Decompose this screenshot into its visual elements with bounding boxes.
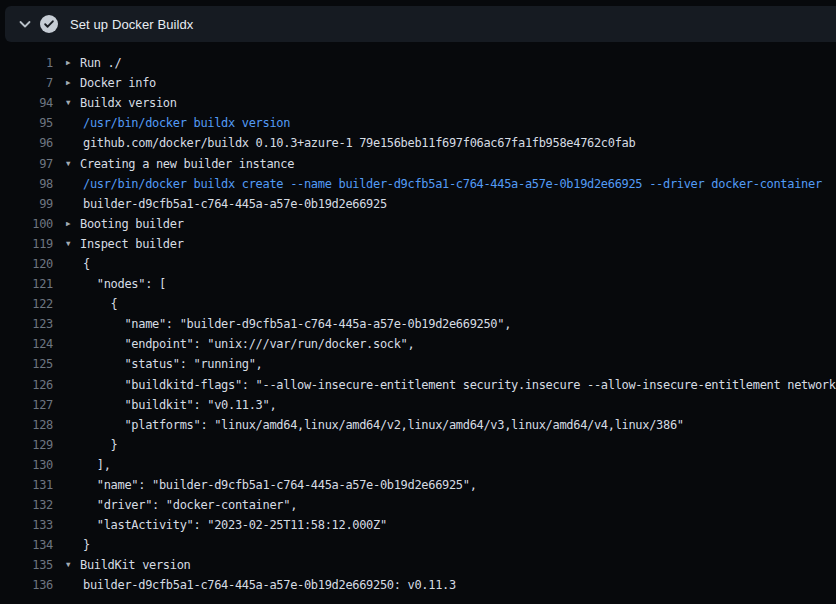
log-text: "name": "builder-d9cfb5a1-c764-445a-a57e… (83, 317, 511, 331)
log-row: 136 builder-d9cfb5a1-c764-445a-a57e-0b19… (0, 575, 836, 595)
log-text: "status": "running", (83, 357, 263, 371)
log-row[interactable]: 135 ▼ BuildKit version (0, 555, 836, 575)
group-toggle-icon[interactable]: ▼ (66, 93, 76, 113)
log-row: 123 "name": "builder-d9cfb5a1-c764-445a-… (0, 314, 836, 334)
line-number[interactable]: 129 (0, 438, 53, 452)
log-text: } (83, 538, 90, 552)
log-text: { (83, 297, 118, 311)
line-number[interactable]: 97 (0, 157, 53, 171)
line-number[interactable]: 100 (0, 217, 53, 231)
log-text: "driver": "docker-container", (83, 498, 297, 512)
group-toggle-icon[interactable]: ▼ (66, 154, 76, 174)
group-title[interactable]: Inspect builder (80, 237, 184, 251)
log-row: 128 "platforms": "linux/amd64,linux/amd6… (0, 415, 836, 435)
group-toggle-icon[interactable]: ▶ (66, 73, 76, 93)
group-toggle-icon[interactable]: ▼ (66, 555, 76, 575)
log-row: 122 { (0, 294, 836, 314)
log-row: 120 { (0, 254, 836, 274)
line-number[interactable]: 120 (0, 257, 53, 271)
log-row[interactable]: 94 ▼ Buildx version (0, 93, 836, 113)
log-row: 132 "driver": "docker-container", (0, 495, 836, 515)
log-row: 127 "buildkit": "v0.11.3", (0, 395, 836, 415)
log-row: 134 } (0, 535, 836, 555)
log-row[interactable]: 1 ▶ Run ./ (0, 53, 836, 73)
log-text: builder-d9cfb5a1-c764-445a-a57e-0b19d2e6… (83, 578, 456, 592)
check-circle-icon (40, 15, 58, 33)
line-number[interactable]: 98 (0, 177, 53, 191)
log-text: github.com/docker/buildx 0.10.3+azure-1 … (83, 136, 635, 150)
log-row[interactable]: 7 ▶ Docker info (0, 73, 836, 93)
group-title[interactable]: Docker info (80, 76, 156, 90)
log-text: builder-d9cfb5a1-c764-445a-a57e-0b19d2e6… (83, 197, 387, 211)
log-text: "buildkitd-flags": "--allow-insecure-ent… (83, 378, 836, 392)
log-text: } (83, 438, 118, 452)
log-text: "lastActivity": "2023-02-25T11:58:12.000… (83, 518, 387, 532)
log-text: /usr/bin/docker buildx create --name bui… (83, 177, 822, 191)
step-title: Set up Docker Buildx (70, 17, 193, 32)
log-row[interactable]: 119 ▼ Inspect builder (0, 234, 836, 254)
line-number[interactable]: 99 (0, 197, 53, 211)
log-text: "name": "builder-d9cfb5a1-c764-445a-a57e… (83, 478, 477, 492)
log-viewer: 1 ▶ Run ./ 7 ▶ Docker info 94 ▼ Buildx v… (0, 53, 836, 596)
line-number[interactable]: 127 (0, 398, 53, 412)
line-number[interactable]: 135 (0, 558, 53, 572)
line-number[interactable]: 131 (0, 478, 53, 492)
group-title[interactable]: Creating a new builder instance (80, 157, 294, 171)
line-number[interactable]: 119 (0, 237, 53, 251)
log-row: 125 "status": "running", (0, 354, 836, 374)
log-row: 95 /usr/bin/docker buildx version (0, 113, 836, 133)
group-title[interactable]: Run ./ (80, 56, 121, 70)
chevron-down-icon[interactable] (17, 16, 33, 32)
line-number[interactable]: 95 (0, 116, 53, 130)
log-text: "endpoint": "unix:///var/run/docker.sock… (83, 337, 414, 351)
line-number[interactable]: 7 (0, 76, 53, 90)
line-number[interactable]: 134 (0, 538, 53, 552)
line-number[interactable]: 124 (0, 337, 53, 351)
line-number[interactable]: 123 (0, 317, 53, 331)
log-text: "buildkit": "v0.11.3", (83, 398, 276, 412)
line-number[interactable]: 136 (0, 578, 53, 592)
log-text: "platforms": "linux/amd64,linux/amd64/v2… (83, 418, 684, 432)
line-number[interactable]: 1 (0, 56, 53, 70)
log-row: 98 /usr/bin/docker buildx create --name … (0, 174, 836, 194)
log-row: 99 builder-d9cfb5a1-c764-445a-a57e-0b19d… (0, 194, 836, 214)
log-row: 96 github.com/docker/buildx 0.10.3+azure… (0, 133, 836, 153)
log-row[interactable]: 100 ▶ Booting builder (0, 214, 836, 234)
log-row: 124 "endpoint": "unix:///var/run/docker.… (0, 334, 836, 354)
line-number[interactable]: 125 (0, 357, 53, 371)
step-header[interactable]: Set up Docker Buildx (5, 6, 836, 42)
log-text: ], (83, 458, 111, 472)
log-row: 131 "name": "builder-d9cfb5a1-c764-445a-… (0, 475, 836, 495)
log-row: 121 "nodes": [ (0, 274, 836, 294)
group-toggle-icon[interactable]: ▼ (66, 234, 76, 254)
group-title[interactable]: BuildKit version (80, 558, 190, 572)
log-text: /usr/bin/docker buildx version (83, 116, 290, 130)
group-title[interactable]: Booting builder (80, 217, 184, 231)
log-text: "nodes": [ (83, 277, 166, 291)
line-number[interactable]: 130 (0, 458, 53, 472)
log-text: { (83, 257, 90, 271)
log-row: 126 "buildkitd-flags": "--allow-insecure… (0, 375, 836, 395)
line-number[interactable]: 128 (0, 418, 53, 432)
line-number[interactable]: 94 (0, 96, 53, 110)
log-row[interactable]: 97 ▼ Creating a new builder instance (0, 153, 836, 173)
group-toggle-icon[interactable]: ▶ (66, 53, 76, 73)
line-number[interactable]: 121 (0, 277, 53, 291)
log-row: 129 } (0, 435, 836, 455)
log-row: 133 "lastActivity": "2023-02-25T11:58:12… (0, 515, 836, 535)
line-number[interactable]: 133 (0, 518, 53, 532)
group-title[interactable]: Buildx version (80, 96, 177, 110)
line-number[interactable]: 126 (0, 378, 53, 392)
line-number[interactable]: 96 (0, 136, 53, 150)
line-number[interactable]: 132 (0, 498, 53, 512)
log-row: 130 ], (0, 455, 836, 475)
group-toggle-icon[interactable]: ▶ (66, 214, 76, 234)
line-number[interactable]: 122 (0, 297, 53, 311)
